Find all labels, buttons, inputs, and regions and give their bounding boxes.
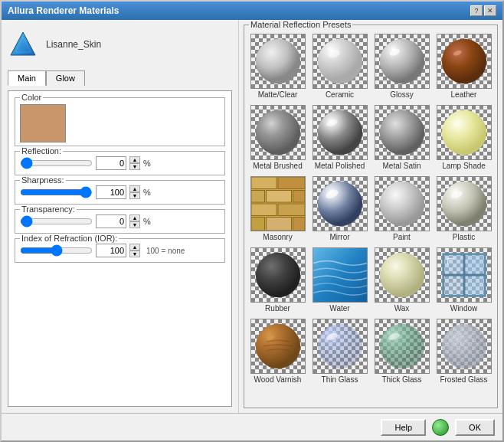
preset-rubber[interactable]: Rubber: [247, 245, 308, 315]
ior-up[interactable]: ▲: [129, 244, 140, 250]
svg-point-14: [379, 110, 424, 155]
transparency-slider[interactable]: [20, 215, 93, 228]
title-bar-left: Allura Renderer Materials: [8, 5, 119, 16]
reflection-input[interactable]: 0: [96, 156, 126, 170]
svg-rect-18: [278, 177, 305, 189]
preset-thumb-window: [437, 247, 492, 303]
preset-thin-glass[interactable]: Thin Glass: [309, 316, 370, 386]
preset-wax[interactable]: Wax: [371, 245, 432, 315]
ok-button[interactable]: OK: [455, 419, 495, 436]
reflection-down[interactable]: ▼: [129, 163, 140, 170]
logo-area: Lisanne_Skin: [8, 26, 232, 63]
preset-name-wood-varnish: Wood Varnish: [254, 375, 302, 384]
preset-name-frosted-glass: Frosted Glass: [440, 375, 487, 384]
preset-matte-clear[interactable]: Matte/Clear: [247, 31, 308, 101]
color-swatch[interactable]: [20, 104, 66, 142]
preset-wood-varnish[interactable]: Wood Varnish: [247, 316, 308, 386]
ior-slider[interactable]: [20, 244, 93, 257]
preset-name-plastic: Plastic: [453, 233, 475, 241]
preset-metal-satin[interactable]: Metal Satin: [371, 103, 432, 172]
ior-note: 100 = none: [146, 247, 185, 255]
sharpness-input[interactable]: 100: [96, 185, 126, 199]
preset-glossy[interactable]: Glossy: [371, 31, 432, 101]
preset-name-water: Water: [329, 304, 349, 313]
reflection-slider[interactable]: [20, 157, 93, 169]
close-title-btn[interactable]: ✕: [484, 5, 496, 16]
svg-point-15: [441, 110, 486, 155]
transparency-input[interactable]: 0: [96, 214, 126, 228]
presets-grid: Matte/Clear: [247, 31, 494, 386]
reflection-group: Reflection: 0 ▲ ▼ %: [15, 151, 225, 175]
ior-group: Index of Refraction (IOR): 100 ▲ ▼ 100 =…: [15, 238, 225, 263]
preset-metal-brushed[interactable]: Metal Brushed: [247, 103, 308, 172]
preset-water[interactable]: Water: [309, 245, 370, 315]
preset-thumb-metal-polished: [313, 105, 368, 160]
reflection-up[interactable]: ▲: [129, 156, 140, 163]
preset-thumb-ceramic: [313, 34, 368, 89]
svg-point-3: [317, 39, 362, 83]
preset-thumb-thick-glass: [375, 319, 430, 374]
preset-ceramic[interactable]: Ceramic: [309, 31, 370, 101]
preset-leather[interactable]: Leather: [434, 31, 494, 101]
window-title: Allura Renderer Materials: [8, 5, 119, 16]
reflection-spin: ▲ ▼: [129, 156, 140, 170]
sharpness-up[interactable]: ▲: [129, 185, 140, 192]
preset-thick-glass[interactable]: Thick Glass: [371, 316, 432, 386]
title-buttons: ? ✕: [470, 5, 496, 16]
reflection-percent: %: [143, 159, 151, 168]
preset-name-metal-brushed: Metal Brushed: [253, 162, 302, 170]
help-title-btn[interactable]: ?: [470, 5, 483, 16]
preset-masonry[interactable]: Masonry: [247, 174, 308, 244]
main-window: Allura Renderer Materials ? ✕: [0, 0, 504, 442]
sharpness-label: Sharpness:: [20, 175, 66, 185]
preset-paint[interactable]: Paint: [371, 174, 432, 244]
preset-mirror[interactable]: Mirror: [309, 174, 370, 244]
svg-rect-42: [465, 277, 483, 294]
preset-name-window: Window: [450, 304, 478, 313]
presets-label: Material Reflection Presets: [249, 20, 352, 29]
svg-rect-25: [266, 218, 291, 231]
color-group: Color: [15, 97, 225, 146]
preset-plastic[interactable]: Plastic: [434, 174, 494, 244]
preset-window[interactable]: Window: [434, 245, 494, 315]
preset-thumb-lamp-shade: [437, 105, 492, 160]
sharpness-slider[interactable]: [20, 186, 93, 198]
preset-name-metal-satin: Metal Satin: [382, 162, 421, 170]
tab-main[interactable]: Main: [8, 70, 46, 86]
preset-thumb-glossy: [375, 34, 430, 89]
preset-name-rubber: Rubber: [265, 304, 290, 313]
sharpness-group: Sharpness: 100 ▲ ▼ %: [15, 180, 225, 205]
svg-point-30: [379, 182, 424, 226]
transparency-up[interactable]: ▲: [129, 214, 140, 221]
preset-name-mirror: Mirror: [329, 233, 349, 241]
transparency-group: Transparency: 0 ▲ ▼ %: [15, 209, 225, 234]
preset-metal-polished[interactable]: Metal Polished: [309, 103, 370, 172]
svg-point-51: [441, 324, 486, 368]
svg-point-49: [379, 324, 424, 368]
svg-point-33: [255, 253, 299, 297]
app-logo: [8, 29, 38, 60]
preset-thumb-leather: [437, 34, 492, 89]
preset-frosted-glass[interactable]: Frosted Glass: [434, 316, 494, 386]
preset-lamp-shade[interactable]: Lamp Shade: [434, 103, 494, 172]
preset-name-masonry: Masonry: [263, 233, 292, 241]
preset-name-glossy: Glossy: [390, 90, 414, 99]
color-label: Color: [20, 93, 43, 102]
presets-group: Material Reflection Presets: [244, 25, 498, 408]
svg-point-31: [441, 182, 486, 226]
preset-name-wax: Wax: [394, 304, 410, 313]
ior-input[interactable]: 100: [96, 244, 126, 257]
tab-glow[interactable]: Glow: [46, 70, 85, 86]
ior-down[interactable]: ▼: [129, 250, 140, 257]
preset-thumb-water: [313, 247, 368, 303]
transparency-down[interactable]: ▼: [129, 221, 140, 228]
preset-thumb-masonry: [250, 176, 306, 231]
help-button[interactable]: Help: [381, 419, 426, 436]
svg-rect-22: [251, 204, 277, 216]
reflection-row: 0 ▲ ▼ %: [20, 156, 220, 170]
svg-point-5: [379, 39, 424, 83]
title-bar: Allura Renderer Materials ? ✕: [2, 2, 502, 20]
sharpness-down[interactable]: ▼: [129, 192, 140, 199]
transparency-row: 0 ▲ ▼ %: [20, 214, 220, 228]
preset-thumb-metal-satin: [375, 105, 430, 160]
